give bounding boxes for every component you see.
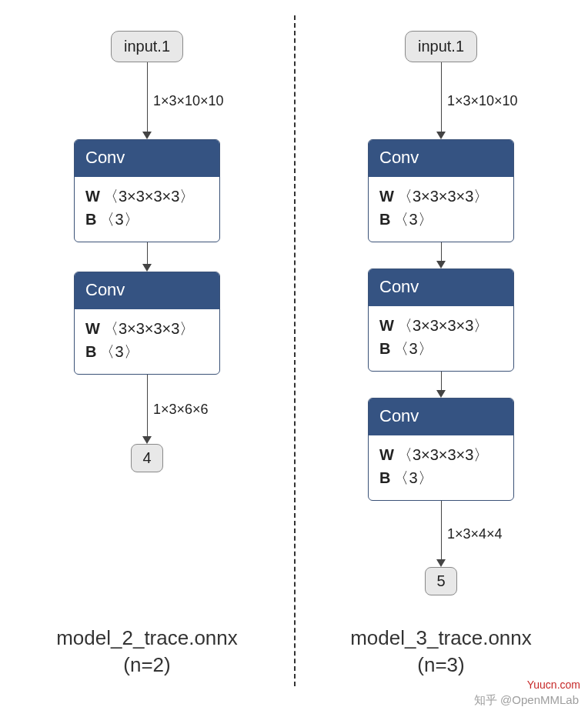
output-node-right: 5 xyxy=(425,567,456,595)
column-divider xyxy=(294,15,296,686)
caption-line2: (n=2) xyxy=(56,652,238,679)
conv-w: 〈3×3×3×3〉 xyxy=(397,188,489,205)
conv-w: 〈3×3×3×3〉 xyxy=(103,320,195,337)
conv-block-right-1: Conv W〈3×3×3×3〉 B〈3〉 xyxy=(368,268,514,372)
caption-right: model_3_trace.onnx (n=3) xyxy=(350,625,532,679)
conv-title: Conv xyxy=(369,399,513,435)
conv-w: 〈3×3×3×3〉 xyxy=(397,317,489,334)
conv-w: 〈3×3×3×3〉 xyxy=(103,188,195,205)
edge-mid-right-2 xyxy=(436,372,446,398)
caption-line1: model_3_trace.onnx xyxy=(350,625,532,652)
edge-label-out-left: 1×3×6×6 xyxy=(153,402,209,418)
output-node-left: 4 xyxy=(131,444,162,472)
conv-title: Conv xyxy=(369,140,513,177)
conv-block-right-0: Conv W〈3×3×3×3〉 B〈3〉 xyxy=(368,139,514,242)
edge-label-out-right: 1×3×4×4 xyxy=(447,526,503,542)
edge-mid-right-1 xyxy=(436,242,446,268)
edge-output-left: 1×3×6×6 xyxy=(142,375,152,444)
right-column: input.1 1×3×10×10 Conv W〈3×3×3×3〉 B〈3〉 C… xyxy=(294,0,588,717)
watermark-yuucn: Yuucn.com xyxy=(527,679,580,691)
edge-input-right: 1×3×10×10 xyxy=(436,62,446,139)
conv-b: 〈3〉 xyxy=(99,211,139,228)
conv-title: Conv xyxy=(75,272,219,309)
edge-output-right: 1×3×4×4 xyxy=(436,501,446,567)
diagram-container: input.1 1×3×10×10 Conv W〈3×3×3×3〉 B〈3〉 C… xyxy=(0,0,588,717)
conv-w: 〈3×3×3×3〉 xyxy=(397,446,489,463)
conv-block-left-1: Conv W〈3×3×3×3〉 B〈3〉 xyxy=(74,272,220,375)
conv-title: Conv xyxy=(75,140,219,177)
edge-mid-left xyxy=(142,242,152,272)
conv-block-right-2: Conv W〈3×3×3×3〉 B〈3〉 xyxy=(368,398,514,501)
input-node-left: input.1 xyxy=(111,31,183,62)
conv-b: 〈3〉 xyxy=(393,340,433,357)
conv-b: 〈3〉 xyxy=(393,469,433,486)
conv-b: 〈3〉 xyxy=(393,211,433,228)
conv-block-left-0: Conv W〈3×3×3×3〉 B〈3〉 xyxy=(74,139,220,242)
conv-title: Conv xyxy=(369,269,513,306)
caption-line2: (n=3) xyxy=(350,652,532,679)
edge-label-in-right: 1×3×10×10 xyxy=(447,93,518,109)
caption-left: model_2_trace.onnx (n=2) xyxy=(56,625,238,679)
input-node-right: input.1 xyxy=(405,31,477,62)
left-column: input.1 1×3×10×10 Conv W〈3×3×3×3〉 B〈3〉 C… xyxy=(0,0,294,717)
conv-b: 〈3〉 xyxy=(99,343,139,360)
watermark-zhihu: 知乎 @OpenMMLab xyxy=(474,693,579,708)
edge-input-left: 1×3×10×10 xyxy=(142,62,152,139)
edge-label-in-left: 1×3×10×10 xyxy=(153,93,224,109)
caption-line1: model_2_trace.onnx xyxy=(56,625,238,652)
